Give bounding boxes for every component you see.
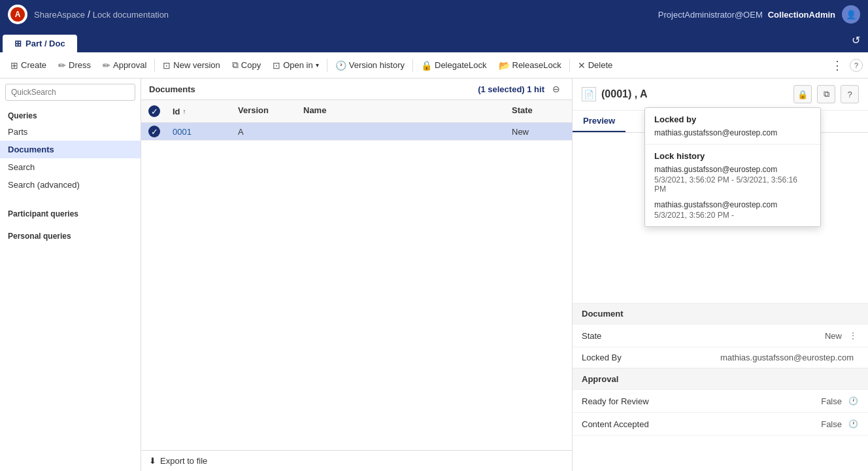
detail-actions: 🔒 ⧉ ? [793, 85, 859, 103]
zoom-out-icon[interactable]: ⊖ [548, 82, 564, 96]
col-name[interactable]: Name [298, 103, 507, 120]
detail-title: (0001) , A [601, 88, 788, 100]
doc-list-count: (1 selected) 1 hit ⊖ [478, 82, 564, 96]
copy-button[interactable]: ⧉ Copy [227, 57, 266, 73]
row-id[interactable]: 0001 [167, 124, 233, 139]
prop-value-state: New [825, 331, 842, 341]
delete-button[interactable]: ✕ Delete [573, 58, 618, 73]
sidebar-item-search[interactable]: Search [0, 158, 141, 176]
lock-popup-history-section: Lock history mathias.gustafsson@eurostep… [645, 145, 820, 226]
locked-by-label: Locked by [654, 114, 811, 124]
history-icon[interactable]: ↺ [852, 34, 860, 46]
copy-detail-button[interactable]: ⧉ [817, 85, 835, 103]
locked-by-email: mathias.gustafsson@eurostep.com [654, 128, 811, 137]
version-history-button[interactable]: 🕐 Version history [330, 58, 410, 73]
approval-button[interactable]: ✏ Approval [97, 58, 152, 73]
sidebar: Queries Parts Documents Search Search (a… [0, 78, 141, 471]
prop-value-content-accepted: False [821, 419, 842, 429]
state-more-button[interactable]: ⋮ [847, 330, 859, 341]
lock-popup-locked-by-section: Locked by mathias.gustafsson@eurostep.co… [645, 108, 820, 144]
tab-bar: ⊞ Part / Doc ↺ [0, 29, 868, 52]
help-detail-icon: ? [847, 90, 852, 99]
sidebar-section-personal: Personal queries [0, 226, 141, 243]
prop-row-content-accepted: Content Accepted False 🕐 [573, 413, 868, 436]
document-properties: Document State New ⋮ Locked By mathias.g… [573, 303, 868, 436]
row-state: New [507, 124, 572, 139]
delegate-lock-icon: 🔒 [421, 60, 432, 71]
copy-icon: ⧉ [232, 60, 239, 71]
select-all-checkbox[interactable]: ✓ [148, 105, 160, 117]
prop-label-content-accepted: Content Accepted [582, 419, 821, 429]
dress-button[interactable]: ✏ Dress [53, 58, 96, 73]
open-in-icon: ⊡ [273, 60, 280, 71]
history-period-1: 5/3/2021, 3:56:02 PM - 5/3/2021, 3:56:16… [654, 175, 811, 194]
create-icon: ⊞ [10, 60, 18, 71]
prop-label-state: State [582, 331, 825, 341]
create-button[interactable]: ⊞ Create [5, 58, 52, 73]
export-button[interactable]: ⬇ Export to file [141, 450, 572, 471]
row-checkbox[interactable]: ✓ [148, 126, 160, 137]
export-icon: ⬇ [149, 456, 156, 466]
logo[interactable]: A [8, 5, 27, 24]
document-icon: 📄 [582, 87, 596, 101]
prop-value-ready-review: False [821, 396, 842, 406]
col-state[interactable]: State [507, 103, 572, 120]
lock-history-entry-1: mathias.gustafsson@eurostep.com 5/3/2021… [654, 165, 811, 194]
tab-label: Part / Doc [25, 39, 65, 48]
help-icon[interactable]: ? [850, 59, 863, 72]
prop-row-ready-review: Ready for Review False 🕐 [573, 390, 868, 413]
open-in-button[interactable]: ⊡ Open in ▾ [267, 58, 324, 73]
new-version-button[interactable]: ⊡ New version [158, 58, 225, 73]
prop-label-ready-review: Ready for Review [582, 396, 821, 406]
ready-review-history-icon[interactable]: 🕐 [847, 395, 859, 407]
document-list-area: Documents (1 selected) 1 hit ⊖ ✓ Id ↑ [141, 78, 573, 471]
lock-history-entry-2: mathias.gustafsson@eurostep.com 5/3/2021… [654, 200, 811, 220]
sidebar-item-documents[interactable]: Documents [0, 141, 141, 158]
tab-preview[interactable]: Preview [573, 111, 626, 132]
delegate-lock-button[interactable]: 🔒 DelegateLock [416, 58, 492, 73]
content-area: Documents (1 selected) 1 hit ⊖ ✓ Id ↑ [141, 78, 868, 471]
table-row[interactable]: ✓ 0001 A New [141, 123, 572, 141]
detail-panel: 📄 (0001) , A 🔒 ⧉ ? [573, 78, 868, 471]
doc-list-title: Documents [149, 84, 195, 94]
release-lock-button[interactable]: 📂 ReleaseLock [493, 58, 567, 73]
approval-icon: ✏ [103, 60, 110, 71]
prop-label-locked-by: Locked By [582, 353, 720, 362]
more-options-icon[interactable]: ⋮ [826, 56, 848, 75]
avatar[interactable]: 👤 [842, 5, 860, 24]
avatar-icon: 👤 [846, 10, 856, 20]
sort-asc-icon: ↑ [183, 108, 186, 115]
sidebar-section-participant: Participant queries [0, 204, 141, 221]
sidebar-item-parts[interactable]: Parts [0, 123, 141, 141]
detail-header: 📄 (0001) , A 🔒 ⧉ ? [573, 78, 868, 111]
col-version[interactable]: Version [233, 103, 298, 120]
chevron-down-icon: ▾ [316, 61, 319, 69]
delete-icon: ✕ [578, 60, 586, 71]
prop-row-locked-by: Locked By mathias.gustafsson@eurostep.co… [573, 347, 868, 368]
sidebar-item-search-advanced[interactable]: Search (advanced) [0, 176, 141, 194]
prop-value-locked-by: mathias.gustafsson@eurostep.com [720, 353, 854, 362]
section-approval-title: Approval [573, 368, 868, 390]
search-input[interactable] [5, 84, 135, 101]
new-version-icon: ⊡ [163, 60, 171, 71]
history-period-2: 5/3/2021, 3:56:20 PM - [654, 211, 811, 220]
col-id[interactable]: Id ↑ [167, 103, 233, 120]
table-header: ✓ Id ↑ Version Name State [141, 100, 572, 123]
lock-info-button[interactable]: 🔒 [793, 85, 812, 103]
doc-list-header: Documents (1 selected) 1 hit ⊖ [141, 78, 572, 100]
top-navbar: A ShareAspace / Lock documentation Proje… [0, 0, 868, 29]
lock-popup: Locked by mathias.gustafsson@eurostep.co… [644, 107, 821, 227]
content-accepted-history-icon[interactable]: 🕐 [847, 418, 859, 430]
user-role: CollectionAdmin [768, 10, 835, 20]
toolbar: ⊞ Create ✏ Dress ✏ Approval ⊡ New versio… [0, 52, 868, 78]
version-history-icon: 🕐 [335, 60, 346, 71]
selected-count: (1 selected) 1 hit [478, 84, 544, 94]
user-org: ProjectAdministrator@OEM [658, 10, 763, 20]
doc-list-scroll[interactable]: ✓ 0001 A New [141, 123, 572, 450]
help-detail-button[interactable]: ? [841, 85, 859, 103]
grid-icon: ⊞ [14, 39, 22, 48]
tab-part-doc[interactable]: ⊞ Part / Doc [3, 35, 77, 52]
history-email-2: mathias.gustafsson@eurostep.com [654, 200, 811, 209]
row-version: A [233, 124, 298, 139]
prop-row-state: State New ⋮ [573, 324, 868, 347]
